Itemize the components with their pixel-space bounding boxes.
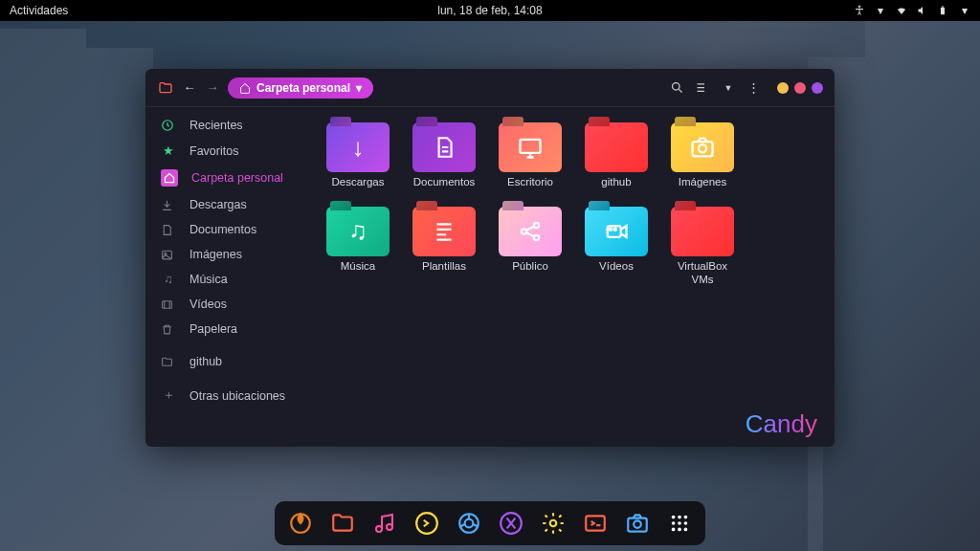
- file-manager-window: ← → Carpeta personal ▾ ▼ ⋮ Recientes: [145, 69, 835, 447]
- sidebar-item-label: Imágenes: [189, 248, 242, 261]
- nav-back-button[interactable]: ←: [182, 80, 197, 95]
- svg-point-3: [673, 83, 680, 91]
- svg-point-10: [699, 144, 706, 152]
- folder-label: Documentos: [413, 176, 476, 189]
- minimize-button[interactable]: [777, 82, 789, 94]
- dock-files[interactable]: [326, 507, 359, 540]
- svg-rect-7: [163, 300, 172, 308]
- sidebar-item-documents[interactable]: Documentos: [145, 217, 310, 242]
- folder-label: VirtualBox VMs: [666, 260, 739, 287]
- maximize-button[interactable]: [794, 82, 806, 94]
- view-dropdown-button[interactable]: ▼: [720, 83, 737, 93]
- sidebar-item-downloads[interactable]: Descargas: [145, 192, 310, 217]
- camera-icon: [689, 134, 716, 161]
- view-mode-button[interactable]: [695, 80, 712, 95]
- wifi-icon[interactable]: [896, 5, 907, 16]
- folder-virtualbox-vms[interactable]: VirtualBox VMs: [666, 207, 739, 287]
- sidebar-item-label: Favoritos: [189, 144, 238, 158]
- hamburger-menu-button[interactable]: ⋮: [745, 80, 762, 95]
- sidebar-item-label: Papelera: [189, 322, 237, 336]
- svg-point-24: [550, 520, 557, 527]
- search-button[interactable]: [670, 80, 687, 95]
- folder-imagenes[interactable]: Imágenes: [666, 122, 739, 189]
- sidebar-item-home[interactable]: Carpeta personal: [145, 164, 310, 192]
- svg-point-22: [465, 519, 474, 528]
- clock[interactable]: lun, 18 de feb, 14:08: [437, 4, 542, 17]
- folder-documentos[interactable]: Documentos: [408, 122, 480, 189]
- folder-label: Plantillas: [422, 260, 466, 274]
- path-label: Carpeta personal: [256, 81, 350, 95]
- sidebar-item-trash[interactable]: Papelera: [145, 317, 310, 342]
- template-icon: [432, 219, 457, 244]
- home-icon: [161, 169, 178, 187]
- close-button[interactable]: [812, 82, 823, 94]
- path-bar[interactable]: Carpeta personal ▾: [228, 77, 373, 99]
- dock-firefox[interactable]: [284, 507, 317, 540]
- volume-icon[interactable]: [917, 5, 928, 16]
- folder-label: Vídeos: [599, 260, 634, 274]
- folder-musica[interactable]: ♫ Música: [322, 207, 394, 287]
- download-icon: [161, 199, 176, 211]
- power-menu-icon[interactable]: ▾: [959, 4, 970, 17]
- file-grid: ↓ Descargas Documentos Escritorio github: [310, 107, 835, 447]
- sidebar-item-favorites[interactable]: ★ Favoritos: [145, 138, 310, 164]
- sidebar-item-music[interactable]: ♫ Música: [145, 267, 310, 292]
- nav-forward-button[interactable]: →: [205, 80, 220, 95]
- sidebar-item-other-locations[interactable]: ＋ Otras ubicaciones: [145, 382, 310, 409]
- folder-label: Descargas: [332, 176, 385, 189]
- dock-chrome[interactable]: [453, 507, 485, 540]
- music-icon: ♫: [161, 273, 176, 286]
- dock-screenshot[interactable]: [621, 507, 654, 540]
- folder-descargas[interactable]: ↓ Descargas: [322, 122, 394, 189]
- folder-publico[interactable]: Público: [494, 207, 567, 287]
- dock-apps-grid[interactable]: [663, 507, 696, 540]
- dock: [275, 501, 705, 545]
- folder-label: github: [601, 176, 631, 189]
- accessibility-icon[interactable]: [854, 5, 865, 16]
- svg-point-19: [387, 524, 392, 530]
- folder-icon: [157, 79, 174, 97]
- video-icon: [603, 218, 630, 245]
- folder-videos[interactable]: Vídeos: [580, 207, 653, 287]
- folder-label: Música: [341, 260, 375, 274]
- chevron-down-icon: ▾: [356, 81, 362, 95]
- svg-point-16: [614, 228, 616, 230]
- svg-point-35: [678, 528, 681, 532]
- bluetooth-icon[interactable]: ▾: [875, 4, 886, 17]
- svg-rect-8: [521, 140, 541, 153]
- sidebar-item-label: Carpeta personal: [191, 171, 283, 185]
- document-icon: [161, 224, 176, 236]
- sidebar-item-label: Otras ubicaciones: [189, 389, 285, 403]
- folder-github[interactable]: github: [580, 122, 653, 189]
- sidebar-item-github[interactable]: github: [145, 349, 310, 374]
- svg-point-32: [678, 521, 681, 525]
- window-controls: [777, 82, 823, 94]
- sidebar-item-images[interactable]: Imágenes: [145, 242, 310, 267]
- svg-point-15: [610, 228, 612, 230]
- download-icon: ↓: [352, 133, 365, 163]
- sidebar-item-recent[interactable]: Recientes: [145, 113, 310, 138]
- plus-icon: ＋: [161, 387, 176, 404]
- dock-vscode[interactable]: [495, 507, 527, 540]
- activities-button[interactable]: Actividades: [10, 4, 68, 17]
- home-icon: [239, 82, 251, 94]
- dock-terminal-alt[interactable]: [579, 507, 612, 540]
- battery-icon[interactable]: [938, 5, 949, 16]
- star-icon: ★: [161, 143, 176, 158]
- trash-icon: [161, 323, 176, 336]
- sidebar-item-label: Vídeos: [189, 298, 227, 311]
- folder-label: Escritorio: [507, 176, 553, 189]
- svg-point-36: [684, 528, 688, 532]
- folder-plantillas[interactable]: Plantillas: [408, 207, 480, 287]
- dock-music[interactable]: [368, 507, 401, 540]
- sidebar-item-label: github: [189, 355, 222, 368]
- dock-settings[interactable]: [537, 507, 569, 540]
- folder-escritorio[interactable]: Escritorio: [494, 122, 567, 189]
- svg-point-27: [634, 520, 641, 528]
- sidebar-item-videos[interactable]: Vídeos: [145, 292, 310, 317]
- brand-label: Candy: [746, 409, 817, 439]
- dock-terminal[interactable]: [411, 507, 443, 540]
- video-icon: [161, 298, 176, 311]
- image-icon: [161, 249, 176, 261]
- svg-point-34: [672, 528, 676, 532]
